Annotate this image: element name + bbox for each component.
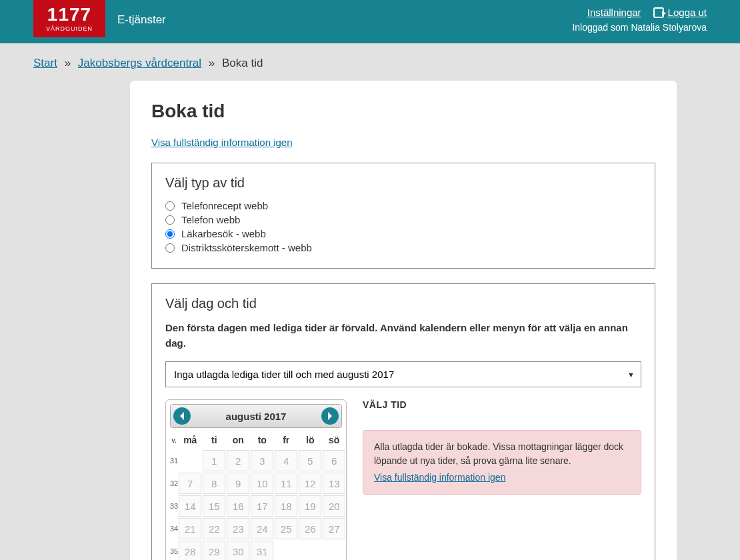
- alert-text: Alla utlagda tider är bokade. Vissa mott…: [374, 441, 623, 466]
- calendar-day[interactable]: 13: [323, 473, 345, 494]
- calendar-day[interactable]: 9: [227, 473, 249, 494]
- radio-row: Telefonrecept webb: [165, 200, 641, 211]
- logo[interactable]: 1177 VÅRDGUIDEN: [33, 0, 105, 37]
- calendar-day: [179, 450, 201, 471]
- calendar: augusti 2017 v.måtiontofrlösö 3112345632…: [165, 399, 347, 560]
- calendar-day[interactable]: 22: [203, 518, 225, 539]
- calendar-day[interactable]: 4: [275, 450, 297, 471]
- calendar-day: [323, 541, 345, 560]
- show-full-info-link[interactable]: Visa fullständig information igen: [151, 137, 293, 148]
- appointment-type-label[interactable]: Läkarbesök - webb: [181, 228, 266, 239]
- calendar-day-header: lö: [298, 431, 322, 449]
- calendar-day[interactable]: 14: [179, 495, 201, 517]
- calendar-day-header: ti: [202, 431, 226, 449]
- calendar-day[interactable]: 24: [251, 518, 273, 539]
- settings-link[interactable]: Inställningar: [587, 7, 641, 18]
- calendar-day[interactable]: 28: [179, 541, 201, 560]
- calendar-week-number: 34: [170, 517, 178, 540]
- calendar-day[interactable]: 16: [227, 495, 249, 517]
- radio-row: Distriktssköterskemott - webb: [165, 242, 641, 253]
- calendar-day[interactable]: 6: [323, 450, 345, 471]
- calendar-week-number: 35: [170, 540, 178, 560]
- type-box-title: Välj typ av tid: [165, 175, 641, 191]
- calendar-day[interactable]: 2: [227, 450, 249, 471]
- calendar-day[interactable]: 15: [203, 495, 225, 517]
- calendar-week-number: 32: [170, 472, 178, 495]
- calendar-day[interactable]: 7: [179, 473, 201, 494]
- calendar-day[interactable]: 5: [299, 450, 321, 471]
- appointment-type-radio[interactable]: [165, 229, 175, 239]
- breadcrumb-start[interactable]: Start: [33, 57, 57, 69]
- calendar-day: [275, 541, 297, 560]
- appointment-type-label[interactable]: Telefonrecept webb: [181, 200, 268, 211]
- appointment-type-label[interactable]: Distriktssköterskemott - webb: [181, 242, 312, 253]
- calendar-week-number: 31: [170, 449, 178, 472]
- calendar-day[interactable]: 25: [275, 518, 297, 539]
- calendar-week-header: v.: [170, 431, 178, 449]
- calendar-day: [299, 541, 321, 560]
- calendar-day[interactable]: 21: [179, 518, 201, 539]
- calendar-grid: v.måtiontofrlösö 31123456327891011121333…: [170, 431, 346, 560]
- alert-link[interactable]: Visa fullständig information igen: [374, 471, 505, 485]
- main-card: Boka tid Visa fullständig information ig…: [130, 81, 677, 560]
- radio-row: Läkarbesök - webb: [165, 228, 641, 239]
- calendar-month: augusti 2017: [226, 411, 287, 422]
- calendar-day[interactable]: 18: [275, 495, 297, 517]
- calendar-day[interactable]: 1: [203, 450, 225, 471]
- appointment-type-radio[interactable]: [165, 243, 175, 253]
- date-select[interactable]: Inga utlagda lediga tider till och med a…: [165, 361, 641, 387]
- logout-label[interactable]: Logga ut: [668, 7, 707, 18]
- calendar-next-button[interactable]: [321, 407, 339, 425]
- calendar-day[interactable]: 19: [299, 495, 321, 517]
- calendar-day[interactable]: 8: [203, 473, 225, 494]
- calendar-day-header: må: [178, 431, 202, 449]
- calendar-day[interactable]: 26: [299, 518, 321, 539]
- logged-in-text: Inloggad som Natalia Stolyarova: [572, 22, 707, 33]
- breadcrumb: Start » Jakobsbergs vårdcentral » Boka t…: [33, 43, 707, 81]
- daytime-box-title: Välj dag och tid: [165, 296, 641, 311]
- calendar-day[interactable]: 3: [251, 450, 273, 471]
- logout-link[interactable]: Logga ut: [653, 7, 707, 18]
- calendar-day[interactable]: 31: [251, 541, 273, 560]
- logo-number: 1177: [47, 5, 91, 24]
- calendar-day-header: fr: [274, 431, 298, 449]
- calendar-day[interactable]: 30: [227, 541, 249, 560]
- calendar-day[interactable]: 27: [323, 518, 345, 539]
- calendar-prev-button[interactable]: [173, 407, 191, 425]
- type-box: Välj typ av tid Telefonrecept webbTelefo…: [151, 163, 655, 269]
- logout-icon: [653, 7, 664, 18]
- appointment-type-label[interactable]: Telefon webb: [181, 214, 240, 225]
- calendar-day-header: on: [226, 431, 250, 449]
- appointment-type-radio[interactable]: [165, 201, 175, 211]
- page-title: Boka tid: [151, 101, 655, 122]
- breadcrumb-current: Boka tid: [222, 57, 263, 69]
- daytime-instruction: Den första dagen med lediga tider är för…: [165, 321, 641, 351]
- calendar-day[interactable]: 23: [227, 518, 249, 539]
- calendar-day[interactable]: 17: [251, 495, 273, 517]
- calendar-day[interactable]: 10: [251, 473, 273, 494]
- daytime-box: Välj dag och tid Den första dagen med le…: [151, 283, 655, 560]
- calendar-day-header: sö: [322, 431, 346, 449]
- breadcrumb-center[interactable]: Jakobsbergs vårdcentral: [78, 57, 201, 69]
- alert-box: Alla utlagda tider är bokade. Vissa mott…: [363, 430, 641, 495]
- calendar-week-number: 33: [170, 495, 178, 517]
- appointment-type-radio[interactable]: [165, 215, 175, 225]
- calendar-day[interactable]: 11: [275, 473, 297, 494]
- header: 1177 VÅRDGUIDEN E-tjänster Inställningar…: [0, 0, 740, 43]
- header-title: E-tjänster: [117, 13, 166, 27]
- calendar-day[interactable]: 20: [323, 495, 345, 517]
- calendar-day[interactable]: 29: [203, 541, 225, 560]
- calendar-day[interactable]: 12: [299, 473, 321, 494]
- logo-subtitle: VÅRDGUIDEN: [46, 25, 93, 32]
- choose-time-title: VÄLJ TID: [363, 399, 641, 410]
- calendar-day-header: to: [250, 431, 274, 449]
- radio-row: Telefon webb: [165, 214, 641, 225]
